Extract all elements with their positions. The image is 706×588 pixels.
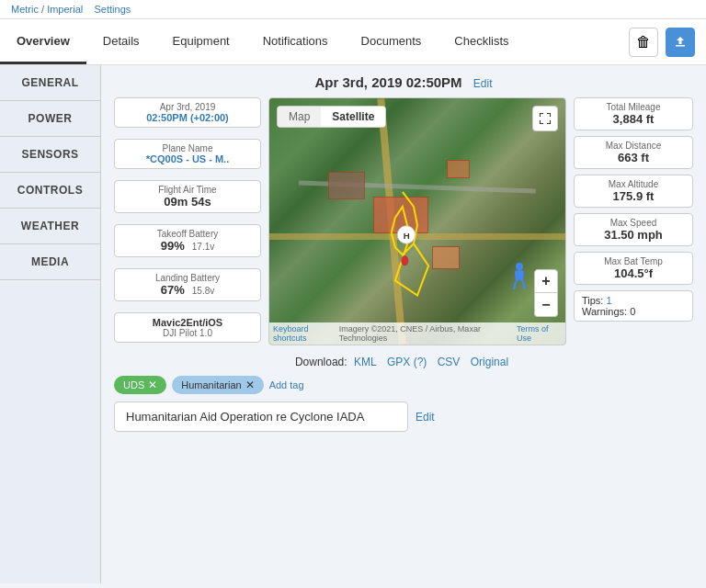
map-expand-button[interactable] (532, 106, 558, 131)
warnings-count: 0 (630, 306, 635, 317)
map-container[interactable]: H Map Satellite (268, 97, 566, 345)
landing-battery-sub: 15.8v (192, 286, 214, 296)
max-distance-label: Max Distance (582, 141, 685, 151)
tag-uds-label: UDS (123, 379, 144, 390)
tag-uds-remove[interactable]: ✕ (148, 379, 157, 391)
nav-icons: 🗑 (618, 28, 706, 57)
download-label: Download: (295, 356, 347, 368)
settings-link[interactable]: Settings (95, 4, 131, 15)
right-stats-panel: Total Mileage 3,884 ft Max Distance 663 … (574, 97, 693, 348)
max-altitude-card: Max Altitude 175.9 ft (574, 175, 693, 208)
tag-humanitarian-remove[interactable]: ✕ (245, 379, 255, 391)
tag-humanitarian-label: Humanitarian (181, 379, 241, 390)
metric-link[interactable]: Metric (11, 4, 39, 15)
sidebar-item-sensors[interactable]: SENSORS (0, 137, 100, 173)
map-tab-map[interactable]: Map (278, 107, 321, 127)
download-csv[interactable]: CSV (438, 356, 461, 368)
svg-rect-0 (676, 45, 685, 47)
tab-checklists[interactable]: Checklists (438, 19, 525, 64)
top-nav: Overview Details Equipment Notifications… (0, 19, 706, 65)
zoom-in-button[interactable]: + (534, 269, 558, 293)
total-mileage-value: 3,884 ft (582, 112, 685, 126)
tips-count[interactable]: 1 (607, 295, 612, 306)
attrib-imagery: Imagery ©2021, CNES / Airbus, Maxar Tech… (339, 324, 517, 343)
tab-details[interactable]: Details (86, 19, 156, 64)
sidebar-item-media[interactable]: MEDIA (0, 244, 100, 280)
tag-humanitarian[interactable]: Humanitarian ✕ (172, 376, 263, 394)
max-speed-card: Max Speed 31.50 mph (574, 213, 693, 246)
main-layout: GENERAL POWER SENSORS CONTROLS WEATHER M… (0, 65, 706, 583)
map-background: H (269, 98, 565, 345)
total-mileage-label: Total Mileage (582, 102, 685, 112)
total-mileage-card: Total Mileage 3,884 ft (574, 97, 693, 130)
download-gpx[interactable]: GPX (?) (387, 356, 427, 368)
takeoff-battery-value: 99% (161, 239, 185, 253)
svg-text:H: H (404, 231, 410, 241)
svg-point-4 (516, 263, 523, 270)
max-bat-temp-value: 104.5°f (582, 266, 685, 280)
sidebar-item-general[interactable]: GENERAL (0, 65, 100, 101)
flight-path-svg: H (269, 98, 565, 345)
tab-equipment[interactable]: Equipment (156, 19, 246, 64)
download-kml[interactable]: KML (354, 356, 377, 368)
description-row: Edit (114, 401, 693, 432)
landing-battery-label: Landing Battery (122, 273, 253, 283)
sidebar-item-weather[interactable]: WEATHER (0, 209, 100, 244)
device-sub: DJI Pilot 1.0 (122, 328, 253, 338)
map-zoom-controls: + − (534, 269, 558, 317)
warnings-line: Warnings: 0 (582, 306, 685, 317)
date-text: Apr 3rd, 2019 02:50PM (315, 74, 462, 90)
max-speed-label: Max Speed (582, 218, 685, 228)
tags-row: UDS ✕ Humanitarian ✕ Add tag (114, 376, 693, 394)
landing-battery-card: Landing Battery 67% 15.8v (114, 268, 261, 301)
tag-uds[interactable]: UDS ✕ (114, 376, 166, 394)
delete-button[interactable]: 🗑 (629, 28, 658, 57)
max-altitude-label: Max Altitude (582, 179, 685, 189)
description-input[interactable] (114, 401, 408, 432)
datetime-card-value: 02:50PM (+02:00) (122, 112, 253, 123)
date-header: Apr 3rd, 2019 02:50PM Edit (114, 74, 693, 90)
sidebar: GENERAL POWER SENSORS CONTROLS WEATHER M… (0, 65, 101, 583)
settings-bar: Metric / Imperial Settings (0, 0, 706, 19)
left-info-panel: Apr 3rd, 2019 02:50PM (+02:00) Plane Nam… (114, 97, 261, 348)
zoom-out-button[interactable]: − (534, 293, 558, 317)
tips-label: Tips: (582, 295, 603, 306)
air-time-value: 09m 54s (122, 195, 253, 209)
air-time-card: Flight Air Time 09m 54s (114, 180, 261, 213)
download-row: Download: KML GPX (?) CSV Original (114, 356, 693, 368)
tab-notifications[interactable]: Notifications (246, 19, 345, 64)
datetime-card-label: Apr 3rd, 2019 (122, 102, 253, 112)
max-speed-value: 31.50 mph (582, 228, 685, 242)
svg-point-3 (401, 255, 408, 266)
air-time-label: Flight Air Time (122, 185, 253, 195)
map-attribution: Keyboard shortcuts Imagery ©2021, CNES /… (269, 322, 565, 345)
svg-line-5 (514, 282, 516, 289)
sidebar-item-power[interactable]: POWER (0, 101, 100, 137)
tab-documents[interactable]: Documents (345, 19, 438, 64)
tips-warnings-card: Tips: 1 Warnings: 0 (574, 290, 693, 322)
description-edit-link[interactable]: Edit (416, 411, 435, 424)
content-area: Apr 3rd, 2019 02:50PM Edit Apr 3rd, 2019… (101, 65, 706, 583)
max-bat-temp-card: Max Bat Temp 104.5°f (574, 252, 693, 285)
streetview-button[interactable] (510, 262, 529, 294)
download-original[interactable]: Original (471, 356, 508, 368)
map-stats-row: Apr 3rd, 2019 02:50PM (+02:00) Plane Nam… (114, 97, 693, 348)
svg-line-6 (523, 282, 525, 289)
sidebar-item-controls[interactable]: CONTROLS (0, 173, 100, 209)
tab-overview[interactable]: Overview (0, 19, 86, 64)
add-tag-button[interactable]: Add tag (269, 379, 304, 390)
share-button[interactable] (666, 28, 695, 57)
date-edit-link[interactable]: Edit (473, 77, 493, 90)
takeoff-battery-sub: 17.1v (192, 242, 214, 252)
plane-name-value: *CQ00S - US - M.. (122, 153, 253, 164)
plane-name-label: Plane Name (122, 143, 253, 153)
max-bat-temp-label: Max Bat Temp (582, 256, 685, 266)
map-tab-satellite[interactable]: Satellite (321, 107, 385, 127)
attrib-keyboard[interactable]: Keyboard shortcuts (273, 324, 339, 343)
attrib-terms[interactable]: Terms of Use (517, 324, 562, 343)
tips-line: Tips: 1 (582, 295, 685, 306)
datetime-card: Apr 3rd, 2019 02:50PM (+02:00) (114, 97, 261, 128)
plane-name-card[interactable]: Plane Name *CQ00S - US - M.. (114, 139, 261, 169)
device-value: Mavic2Ent/iOS (122, 317, 253, 328)
imperial-link[interactable]: Imperial (47, 4, 83, 15)
